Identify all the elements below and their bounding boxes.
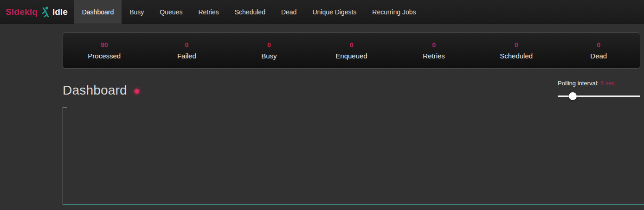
content-area: 90 Processed 0 Failed 0 Busy 0 Enqueued … <box>63 24 640 100</box>
sidekiq-gymnast-icon <box>41 6 49 18</box>
nav-item-unique-digests[interactable]: Unique Digests <box>304 0 364 24</box>
stat-enqueued-label: Enqueued <box>335 52 367 59</box>
stats-summary-bar: 90 Processed 0 Failed 0 Busy 0 Enqueued … <box>63 32 640 69</box>
graph-y-axis <box>63 107 63 205</box>
brand-link[interactable]: Sidekiq idle <box>0 0 74 24</box>
stat-enqueued-value: 0 <box>350 42 354 48</box>
stat-busy-value: 0 <box>267 42 271 48</box>
stat-enqueued[interactable]: 0 Enqueued <box>310 33 393 68</box>
nav-item-retries[interactable]: Retries <box>190 0 226 24</box>
stat-dead-label: Dead <box>590 52 607 59</box>
live-beacon-dot <box>135 89 139 94</box>
nav-menu: Dashboard Busy Queues Retries Scheduled … <box>74 0 424 24</box>
nav-item-dashboard[interactable]: Dashboard <box>74 0 122 24</box>
stat-dead[interactable]: 0 Dead <box>557 33 640 68</box>
graph-y-axis-tick <box>63 107 67 108</box>
slider-thumb[interactable] <box>569 92 577 100</box>
stat-dead-value: 0 <box>597 42 600 48</box>
graph-line-teal <box>63 204 644 205</box>
graph-line-red <box>63 203 644 203</box>
page-title-wrap: Dashboard <box>63 83 139 98</box>
stat-busy-label: Busy <box>261 52 277 59</box>
polling-interval-label: Polling interval: <box>558 80 599 87</box>
stat-processed-value: 90 <box>101 42 108 48</box>
page-title: Dashboard <box>63 83 127 98</box>
stat-retries-label: Retries <box>423 52 445 59</box>
stat-failed-value: 0 <box>185 42 188 48</box>
stat-failed[interactable]: 0 Failed <box>146 33 228 68</box>
nav-item-dead[interactable]: Dead <box>273 0 304 24</box>
polling-interval-text: Polling interval: 5 sec <box>558 80 640 87</box>
sidekiq-dashboard-page: Sidekiq idle Dashboard Busy Queues Retri… <box>0 0 644 210</box>
stat-processed-label: Processed <box>88 52 121 59</box>
nav-item-queues[interactable]: Queues <box>152 0 190 24</box>
stat-retries[interactable]: 0 Retries <box>393 33 475 68</box>
stat-processed[interactable]: 90 Processed <box>63 33 146 68</box>
nav-item-scheduled[interactable]: Scheduled <box>227 0 273 24</box>
stat-scheduled[interactable]: 0 Scheduled <box>475 33 558 68</box>
stat-busy[interactable]: 0 Busy <box>228 33 310 68</box>
stat-scheduled-value: 0 <box>515 42 518 48</box>
stat-scheduled-label: Scheduled <box>500 52 533 59</box>
stat-retries-value: 0 <box>432 42 436 48</box>
brand-name: Sidekiq <box>6 7 38 17</box>
nav-item-recurring-jobs[interactable]: Recurring Jobs <box>364 0 424 24</box>
realtime-graph <box>63 107 644 205</box>
stat-failed-label: Failed <box>177 52 196 59</box>
polling-interval-slider[interactable] <box>558 92 640 100</box>
nav-item-busy[interactable]: Busy <box>122 0 152 24</box>
top-navbar: Sidekiq idle Dashboard Busy Queues Retri… <box>0 0 644 24</box>
polling-interval-control: Polling interval: 5 sec <box>558 80 640 100</box>
polling-interval-value: 5 sec <box>600 80 615 87</box>
heading-row: Dashboard Polling interval: 5 sec <box>63 80 640 100</box>
status-text: idle <box>52 7 68 17</box>
